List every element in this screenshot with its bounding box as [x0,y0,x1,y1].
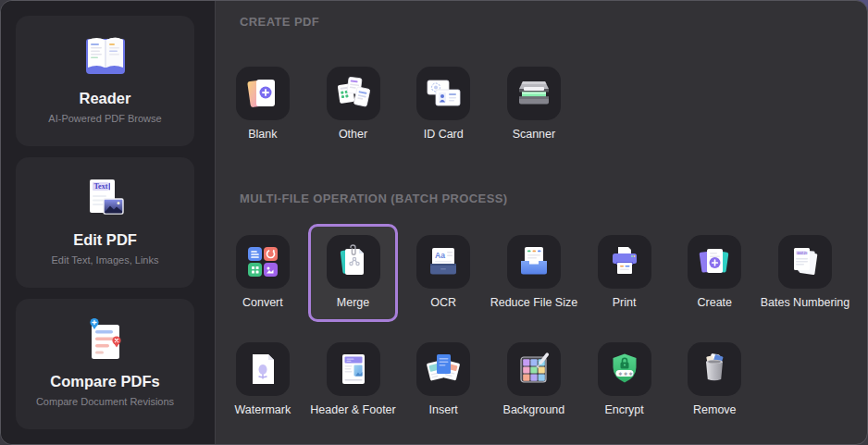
tile-label: Background [503,403,565,417]
compare-pdfs-subtitle: Compare Document Revisions [36,396,174,408]
sidebar-card-edit-pdf[interactable]: Text Edit PDF Edit Text, Images, Links [16,157,194,288]
svg-text:000123: 000123 [797,252,807,255]
reader-subtitle: AI-Powered PDF Browse [48,113,161,125]
blank-document-icon [236,67,290,120]
compare-pdfs-title: Compare PDFs [50,373,159,390]
tile-label: ID Card [424,128,464,142]
tile-label: Other [339,128,367,142]
tile-encrypt[interactable]: ✱✱✱ Encrypt [579,331,670,429]
bates-numbering-icon: 000123 [778,235,832,289]
svg-text:Aa: Aa [435,251,445,260]
edit-pdf-subtitle: Edit Text, Images, Links [52,254,159,266]
tile-header-footer[interactable]: Header & Footer [308,331,399,429]
edit-pdf-title: Edit PDF [73,231,137,249]
create-pdf-header: CREATE PDF [240,15,867,30]
tile-remove[interactable]: Remove [669,331,760,429]
tile-convert[interactable]: Convert [217,224,308,322]
tile-insert[interactable]: Insert [398,331,489,429]
multi-file-grid-row1: Convert [217,224,867,322]
watermark-icon [236,342,290,396]
reader-title: Reader [80,90,131,107]
tile-other[interactable]: Other [308,56,399,154]
tile-print[interactable]: Print [579,224,670,322]
scanner-icon [507,67,561,120]
sidebar-card-reader[interactable]: Reader AI-Powered PDF Browse [16,16,194,146]
id-card-icon [416,67,470,120]
remove-trash-icon [688,342,741,396]
tile-label: Convert [242,296,283,310]
tile-id-card[interactable]: ID Card [398,56,489,154]
merge-icon [327,235,380,289]
main-panel: CREATE PDF Blank [216,1,867,444]
tile-label: Merge [337,296,369,310]
tile-label: Watermark [235,403,291,417]
multi-file-header: MULTI-FILE OPERATION (BATCH PROCESS) [240,192,867,206]
sidebar: Reader AI-Powered PDF Browse Text [1,1,216,444]
tile-label: Encrypt [604,403,643,417]
tile-reduce-file-size[interactable]: Reduce File Size [489,224,579,322]
app-window: Reader AI-Powered PDF Browse Text [0,0,868,445]
reduce-file-size-icon [507,235,561,289]
edit-pdf-icon: Text [81,174,130,226]
other-documents-icon [327,67,380,120]
tile-label: Remove [693,403,737,417]
print-icon [598,235,651,289]
tile-label: Print [613,296,637,310]
sidebar-card-compare-pdfs[interactable]: Compare PDFs Compare Document Revisions [16,299,194,429]
multi-file-grid-row2: Watermark [217,331,867,429]
background-icon [507,342,561,396]
tile-label: Create [698,296,733,310]
tile-label: Header & Footer [310,403,395,417]
tile-label: Bates Numbering [761,296,850,310]
header-footer-icon [327,342,380,396]
ocr-icon: Aa [416,235,470,289]
tile-label: Blank [248,128,277,142]
tile-label: Reduce File Size [490,296,578,310]
tile-watermark[interactable]: Watermark [217,331,308,429]
compare-pdfs-icon [82,315,129,367]
create-icon [688,235,741,289]
svg-text:✱✱✱: ✱✱✱ [618,371,634,377]
tile-merge[interactable]: Merge [308,224,399,322]
tile-create[interactable]: Create [669,224,760,322]
tile-label: Insert [429,403,458,417]
create-pdf-grid: Blank [217,56,867,154]
multi-file-section: MULTI-FILE OPERATION (BATCH PROCESS) [217,192,867,429]
insert-icon [416,342,470,396]
tile-scanner[interactable]: Scanner [489,56,579,154]
tile-label: Scanner [513,128,556,142]
tile-bates-numbering[interactable]: 000123 Bates Numbering [760,224,850,322]
tile-background[interactable]: Background [489,331,579,429]
tile-blank[interactable]: Blank [217,56,308,154]
create-pdf-section: CREATE PDF Blank [217,15,867,154]
reader-book-icon [75,32,136,84]
svg-text:Text: Text [93,182,107,191]
convert-icon [236,235,290,289]
tile-ocr[interactable]: Aa OCR [398,224,489,322]
encrypt-shield-icon: ✱✱✱ [598,342,651,396]
tile-label: OCR [430,296,456,310]
